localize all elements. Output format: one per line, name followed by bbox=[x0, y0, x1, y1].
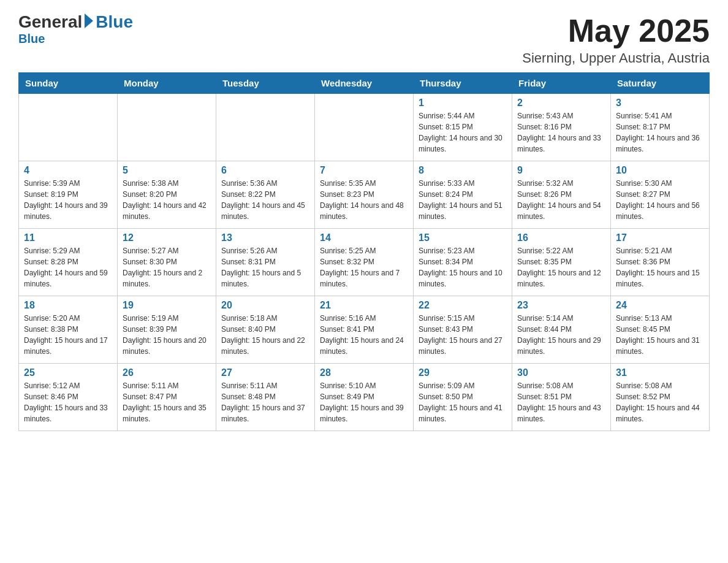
logo-blue-text: Blue bbox=[96, 12, 133, 32]
day-info: Sunrise: 5:16 AMSunset: 8:41 PMDaylight:… bbox=[320, 313, 408, 357]
logo-underline: Blue bbox=[18, 32, 45, 46]
day-number: 22 bbox=[419, 300, 507, 311]
day-info: Sunrise: 5:32 AMSunset: 8:26 PMDaylight:… bbox=[517, 178, 605, 222]
day-info: Sunrise: 5:21 AMSunset: 8:36 PMDaylight:… bbox=[616, 245, 704, 289]
day-info: Sunrise: 5:41 AMSunset: 8:17 PMDaylight:… bbox=[616, 110, 704, 155]
week-row-3: 11Sunrise: 5:29 AMSunset: 8:28 PMDayligh… bbox=[19, 229, 710, 296]
day-info: Sunrise: 5:36 AMSunset: 8:22 PMDaylight:… bbox=[221, 178, 309, 222]
day-number: 12 bbox=[123, 232, 211, 243]
day-info: Sunrise: 5:08 AMSunset: 8:51 PMDaylight:… bbox=[517, 380, 605, 424]
logo-arrow-icon bbox=[85, 13, 93, 28]
week-row-2: 4Sunrise: 5:39 AMSunset: 8:19 PMDaylight… bbox=[19, 161, 710, 229]
day-number: 3 bbox=[616, 98, 704, 109]
calendar-cell: 14Sunrise: 5:25 AMSunset: 8:32 PMDayligh… bbox=[315, 229, 414, 296]
calendar-cell: 7Sunrise: 5:35 AMSunset: 8:23 PMDaylight… bbox=[315, 161, 414, 229]
calendar-header-saturday: Saturday bbox=[611, 73, 710, 94]
day-number: 21 bbox=[320, 300, 408, 311]
calendar-cell: 17Sunrise: 5:21 AMSunset: 8:36 PMDayligh… bbox=[611, 229, 710, 296]
calendar-cell: 13Sunrise: 5:26 AMSunset: 8:31 PMDayligh… bbox=[216, 229, 315, 296]
day-info: Sunrise: 5:18 AMSunset: 8:40 PMDaylight:… bbox=[221, 313, 309, 357]
day-info: Sunrise: 5:23 AMSunset: 8:34 PMDaylight:… bbox=[419, 245, 507, 289]
calendar-cell: 8Sunrise: 5:33 AMSunset: 8:24 PMDaylight… bbox=[414, 161, 512, 229]
title-section: May 2025 Sierning, Upper Austria, Austri… bbox=[522, 12, 710, 66]
calendar-header-tuesday: Tuesday bbox=[216, 73, 315, 94]
day-info: Sunrise: 5:08 AMSunset: 8:52 PMDaylight:… bbox=[616, 380, 704, 424]
day-info: Sunrise: 5:11 AMSunset: 8:48 PMDaylight:… bbox=[221, 380, 309, 424]
day-info: Sunrise: 5:35 AMSunset: 8:23 PMDaylight:… bbox=[320, 178, 408, 222]
day-info: Sunrise: 5:14 AMSunset: 8:44 PMDaylight:… bbox=[517, 313, 605, 357]
calendar-header-monday: Monday bbox=[118, 73, 216, 94]
calendar-cell: 11Sunrise: 5:29 AMSunset: 8:28 PMDayligh… bbox=[19, 229, 118, 296]
calendar-cell: 21Sunrise: 5:16 AMSunset: 8:41 PMDayligh… bbox=[315, 296, 414, 364]
day-info: Sunrise: 5:22 AMSunset: 8:35 PMDaylight:… bbox=[517, 245, 605, 289]
calendar-cell bbox=[315, 94, 414, 161]
day-info: Sunrise: 5:20 AMSunset: 8:38 PMDaylight:… bbox=[24, 313, 112, 357]
calendar-header-row: SundayMondayTuesdayWednesdayThursdayFrid… bbox=[19, 73, 710, 94]
day-number: 30 bbox=[517, 367, 605, 378]
day-number: 13 bbox=[221, 232, 309, 243]
calendar-cell: 27Sunrise: 5:11 AMSunset: 8:48 PMDayligh… bbox=[216, 364, 315, 431]
calendar-cell: 6Sunrise: 5:36 AMSunset: 8:22 PMDaylight… bbox=[216, 161, 315, 229]
month-title: May 2025 bbox=[522, 12, 710, 49]
day-info: Sunrise: 5:25 AMSunset: 8:32 PMDaylight:… bbox=[320, 245, 408, 289]
week-row-5: 25Sunrise: 5:12 AMSunset: 8:46 PMDayligh… bbox=[19, 364, 710, 431]
day-info: Sunrise: 5:15 AMSunset: 8:43 PMDaylight:… bbox=[419, 313, 507, 357]
day-number: 24 bbox=[616, 300, 704, 311]
day-number: 27 bbox=[221, 367, 309, 378]
day-info: Sunrise: 5:33 AMSunset: 8:24 PMDaylight:… bbox=[419, 178, 507, 222]
calendar-cell bbox=[19, 94, 118, 161]
calendar-cell: 28Sunrise: 5:10 AMSunset: 8:49 PMDayligh… bbox=[315, 364, 414, 431]
day-number: 10 bbox=[616, 165, 704, 176]
day-number: 31 bbox=[616, 367, 704, 378]
day-number: 23 bbox=[517, 300, 605, 311]
day-number: 19 bbox=[123, 300, 211, 311]
calendar-cell: 9Sunrise: 5:32 AMSunset: 8:26 PMDaylight… bbox=[512, 161, 611, 229]
page-header: General Blue Blue May 2025 Sierning, Upp… bbox=[18, 12, 710, 66]
day-info: Sunrise: 5:43 AMSunset: 8:16 PMDaylight:… bbox=[517, 110, 605, 155]
location-text: Sierning, Upper Austria, Austria bbox=[522, 50, 710, 66]
week-row-1: 1Sunrise: 5:44 AMSunset: 8:15 PMDaylight… bbox=[19, 94, 710, 161]
day-info: Sunrise: 5:09 AMSunset: 8:50 PMDaylight:… bbox=[419, 380, 507, 424]
calendar-cell: 16Sunrise: 5:22 AMSunset: 8:35 PMDayligh… bbox=[512, 229, 611, 296]
day-number: 9 bbox=[517, 165, 605, 176]
day-info: Sunrise: 5:13 AMSunset: 8:45 PMDaylight:… bbox=[616, 313, 704, 357]
week-row-4: 18Sunrise: 5:20 AMSunset: 8:38 PMDayligh… bbox=[19, 296, 710, 364]
day-info: Sunrise: 5:10 AMSunset: 8:49 PMDaylight:… bbox=[320, 380, 408, 424]
calendar-cell: 18Sunrise: 5:20 AMSunset: 8:38 PMDayligh… bbox=[19, 296, 118, 364]
day-number: 11 bbox=[24, 232, 112, 243]
calendar-cell: 1Sunrise: 5:44 AMSunset: 8:15 PMDaylight… bbox=[414, 94, 512, 161]
calendar-cell: 25Sunrise: 5:12 AMSunset: 8:46 PMDayligh… bbox=[19, 364, 118, 431]
calendar-cell: 5Sunrise: 5:38 AMSunset: 8:20 PMDaylight… bbox=[118, 161, 216, 229]
calendar-header-friday: Friday bbox=[512, 73, 611, 94]
calendar-cell: 30Sunrise: 5:08 AMSunset: 8:51 PMDayligh… bbox=[512, 364, 611, 431]
day-number: 15 bbox=[419, 232, 507, 243]
day-number: 28 bbox=[320, 367, 408, 378]
day-info: Sunrise: 5:30 AMSunset: 8:27 PMDaylight:… bbox=[616, 178, 704, 222]
day-info: Sunrise: 5:19 AMSunset: 8:39 PMDaylight:… bbox=[123, 313, 211, 357]
day-number: 18 bbox=[24, 300, 112, 311]
day-number: 17 bbox=[616, 232, 704, 243]
day-number: 7 bbox=[320, 165, 408, 176]
calendar-cell: 26Sunrise: 5:11 AMSunset: 8:47 PMDayligh… bbox=[118, 364, 216, 431]
day-number: 29 bbox=[419, 367, 507, 378]
day-info: Sunrise: 5:27 AMSunset: 8:30 PMDaylight:… bbox=[123, 245, 211, 289]
day-info: Sunrise: 5:26 AMSunset: 8:31 PMDaylight:… bbox=[221, 245, 309, 289]
day-number: 4 bbox=[24, 165, 112, 176]
day-info: Sunrise: 5:12 AMSunset: 8:46 PMDaylight:… bbox=[24, 380, 112, 424]
calendar-cell: 19Sunrise: 5:19 AMSunset: 8:39 PMDayligh… bbox=[118, 296, 216, 364]
calendar-cell: 20Sunrise: 5:18 AMSunset: 8:40 PMDayligh… bbox=[216, 296, 315, 364]
day-number: 16 bbox=[517, 232, 605, 243]
calendar-cell: 10Sunrise: 5:30 AMSunset: 8:27 PMDayligh… bbox=[611, 161, 710, 229]
day-number: 14 bbox=[320, 232, 408, 243]
calendar-cell: 2Sunrise: 5:43 AMSunset: 8:16 PMDaylight… bbox=[512, 94, 611, 161]
day-number: 20 bbox=[221, 300, 309, 311]
calendar-cell bbox=[118, 94, 216, 161]
day-info: Sunrise: 5:11 AMSunset: 8:47 PMDaylight:… bbox=[123, 380, 211, 424]
calendar-cell: 29Sunrise: 5:09 AMSunset: 8:50 PMDayligh… bbox=[414, 364, 512, 431]
calendar-cell: 15Sunrise: 5:23 AMSunset: 8:34 PMDayligh… bbox=[414, 229, 512, 296]
day-info: Sunrise: 5:29 AMSunset: 8:28 PMDaylight:… bbox=[24, 245, 112, 289]
calendar-cell: 23Sunrise: 5:14 AMSunset: 8:44 PMDayligh… bbox=[512, 296, 611, 364]
calendar-cell: 3Sunrise: 5:41 AMSunset: 8:17 PMDaylight… bbox=[611, 94, 710, 161]
calendar-cell: 22Sunrise: 5:15 AMSunset: 8:43 PMDayligh… bbox=[414, 296, 512, 364]
calendar-table: SundayMondayTuesdayWednesdayThursdayFrid… bbox=[18, 72, 710, 431]
